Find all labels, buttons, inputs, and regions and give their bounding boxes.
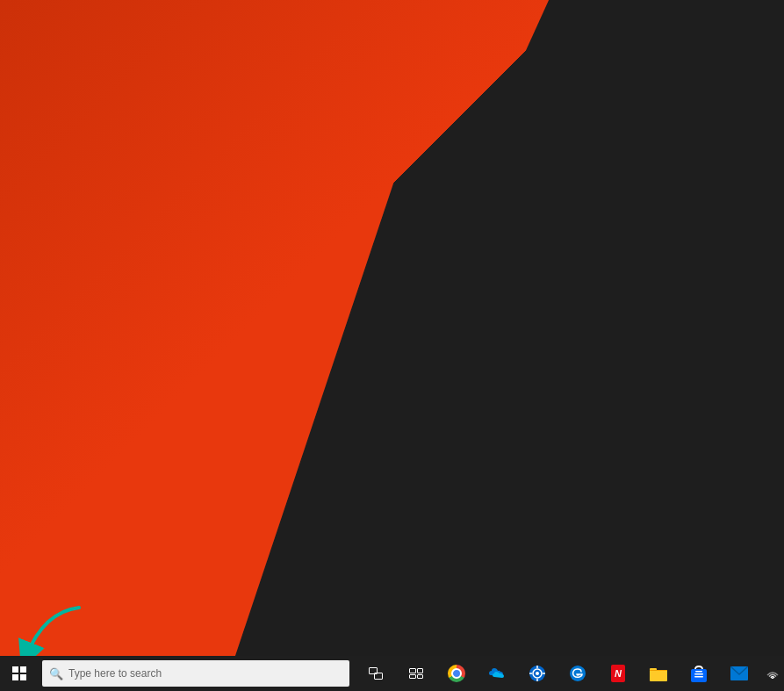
svg-point-7 (570, 666, 586, 681)
tray-network-icon[interactable] (759, 656, 784, 691)
windows-logo-icon (12, 666, 26, 680)
svg-rect-10 (650, 670, 667, 671)
search-placeholder-text: Type here to search (68, 667, 162, 680)
store-icon (691, 665, 707, 682)
chrome-icon (448, 665, 465, 682)
taskbar: 🔍 Type here to search (0, 656, 784, 691)
svg-rect-14 (694, 676, 703, 678)
desktop-wallpaper (0, 0, 784, 656)
search-bar[interactable]: 🔍 Type here to search (42, 660, 349, 687)
arrow-svg (18, 603, 88, 656)
file-explorer-icon (650, 666, 667, 681)
svg-rect-12 (695, 671, 702, 673)
task-view-icon (369, 667, 383, 680)
svg-point-2 (536, 672, 539, 675)
taskbar-icon-task-view[interactable] (356, 656, 395, 691)
taskbar-icon-snap-layouts[interactable] (397, 656, 435, 691)
search-icon: 🔍 (49, 667, 63, 680)
taskbar-icon-netflix[interactable]: N (599, 656, 637, 691)
taskbar-icon-photos[interactable] (518, 656, 557, 691)
taskbar-icon-file-explorer[interactable] (639, 656, 678, 691)
mail-icon (730, 666, 748, 680)
taskbar-icon-store[interactable] (680, 656, 718, 691)
netflix-icon: N (611, 665, 625, 682)
svg-point-16 (772, 678, 773, 680)
taskbar-icon-chrome[interactable] (437, 656, 476, 691)
taskbar-icon-mail[interactable] (720, 656, 759, 691)
photos-icon (529, 665, 546, 682)
start-button[interactable] (0, 656, 39, 691)
system-tray: 12:00 1/1/2024 (759, 656, 784, 691)
svg-rect-13 (694, 673, 703, 675)
edge-icon (569, 665, 586, 682)
snap-layouts-icon (409, 668, 423, 679)
taskbar-icon-onedrive[interactable] (478, 656, 516, 691)
taskbar-app-icons: N (356, 656, 759, 691)
onedrive-icon (487, 666, 507, 680)
taskbar-icon-edge[interactable] (558, 656, 597, 691)
